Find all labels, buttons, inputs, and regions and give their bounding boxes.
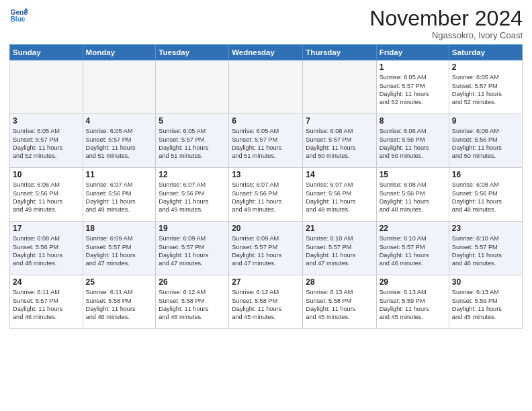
day-info: Sunrise: 6:05 AMSunset: 5:57 PMDaylight:… bbox=[452, 73, 519, 107]
week-row: 10Sunrise: 6:06 AMSunset: 5:56 PMDayligh… bbox=[10, 168, 523, 222]
day-number: 2 bbox=[452, 62, 519, 72]
day-info: Sunrise: 6:07 AMSunset: 5:56 PMDaylight:… bbox=[306, 181, 373, 214]
page: General Blue November 2024 Ngassokro, Iv… bbox=[0, 0, 532, 411]
day-number: 20 bbox=[232, 224, 300, 233]
day-number: 9 bbox=[452, 116, 519, 126]
day-info: Sunrise: 6:08 AMSunset: 5:56 PMDaylight:… bbox=[452, 181, 519, 214]
col-wednesday: Wednesday bbox=[229, 45, 303, 60]
day-info: Sunrise: 6:12 AMSunset: 5:58 PMDaylight:… bbox=[159, 288, 226, 322]
table-row: 6Sunrise: 6:05 AMSunset: 5:57 PMDaylight… bbox=[229, 114, 303, 168]
day-number: 27 bbox=[232, 277, 300, 287]
table-row: 5Sunrise: 6:05 AMSunset: 5:57 PMDaylight… bbox=[156, 114, 229, 168]
header: General Blue November 2024 Ngassokro, Iv… bbox=[9, 7, 523, 40]
day-number: 1 bbox=[380, 62, 446, 72]
table-row: 21Sunrise: 6:10 AMSunset: 5:57 PMDayligh… bbox=[303, 222, 376, 275]
table-row: 15Sunrise: 6:08 AMSunset: 5:56 PMDayligh… bbox=[376, 168, 449, 222]
day-number: 6 bbox=[232, 116, 300, 126]
table-row: 19Sunrise: 6:09 AMSunset: 5:57 PMDayligh… bbox=[156, 222, 229, 275]
week-row: 3Sunrise: 6:05 AMSunset: 5:57 PMDaylight… bbox=[10, 114, 523, 168]
table-row bbox=[156, 60, 229, 114]
day-info: Sunrise: 6:11 AMSunset: 5:58 PMDaylight:… bbox=[86, 288, 153, 322]
day-number: 28 bbox=[306, 277, 373, 287]
table-row: 4Sunrise: 6:05 AMSunset: 5:57 PMDaylight… bbox=[83, 114, 156, 168]
table-row: 25Sunrise: 6:11 AMSunset: 5:58 PMDayligh… bbox=[83, 275, 156, 329]
day-info: Sunrise: 6:13 AMSunset: 5:59 PMDaylight:… bbox=[380, 288, 446, 322]
day-number: 7 bbox=[306, 116, 373, 126]
location: Ngassokro, Ivory Coast bbox=[369, 30, 523, 40]
day-number: 16 bbox=[452, 170, 519, 179]
logo: General Blue bbox=[9, 7, 30, 26]
day-info: Sunrise: 6:09 AMSunset: 5:57 PMDaylight:… bbox=[159, 234, 226, 268]
day-info: Sunrise: 6:13 AMSunset: 5:59 PMDaylight:… bbox=[452, 288, 519, 322]
day-number: 15 bbox=[380, 170, 446, 179]
day-info: Sunrise: 6:07 AMSunset: 5:56 PMDaylight:… bbox=[86, 181, 153, 214]
table-row: 20Sunrise: 6:09 AMSunset: 5:57 PMDayligh… bbox=[229, 222, 303, 275]
table-row: 13Sunrise: 6:07 AMSunset: 5:56 PMDayligh… bbox=[229, 168, 303, 222]
day-info: Sunrise: 6:13 AMSunset: 5:58 PMDaylight:… bbox=[306, 288, 373, 322]
week-row: 24Sunrise: 6:11 AMSunset: 5:57 PMDayligh… bbox=[10, 275, 523, 329]
day-info: Sunrise: 6:12 AMSunset: 5:58 PMDaylight:… bbox=[232, 288, 300, 322]
week-row: 1Sunrise: 6:05 AMSunset: 5:57 PMDaylight… bbox=[10, 60, 523, 114]
title-block: November 2024 Ngassokro, Ivory Coast bbox=[369, 7, 523, 40]
day-number: 19 bbox=[159, 224, 226, 233]
day-number: 13 bbox=[232, 170, 300, 179]
day-number: 24 bbox=[13, 277, 80, 287]
table-row: 17Sunrise: 6:08 AMSunset: 5:56 PMDayligh… bbox=[10, 222, 83, 275]
table-row bbox=[303, 60, 376, 114]
col-thursday: Thursday bbox=[303, 45, 376, 60]
day-number: 26 bbox=[159, 277, 226, 287]
table-row: 28Sunrise: 6:13 AMSunset: 5:58 PMDayligh… bbox=[303, 275, 376, 329]
day-number: 25 bbox=[86, 277, 153, 287]
table-row: 8Sunrise: 6:06 AMSunset: 5:56 PMDaylight… bbox=[376, 114, 449, 168]
table-row: 14Sunrise: 6:07 AMSunset: 5:56 PMDayligh… bbox=[303, 168, 376, 222]
day-info: Sunrise: 6:09 AMSunset: 5:57 PMDaylight:… bbox=[86, 234, 153, 268]
day-info: Sunrise: 6:08 AMSunset: 5:56 PMDaylight:… bbox=[13, 234, 80, 268]
day-info: Sunrise: 6:10 AMSunset: 5:57 PMDaylight:… bbox=[306, 234, 373, 268]
month-year: November 2024 bbox=[369, 7, 523, 30]
table-row: 26Sunrise: 6:12 AMSunset: 5:58 PMDayligh… bbox=[156, 275, 229, 329]
table-row: 24Sunrise: 6:11 AMSunset: 5:57 PMDayligh… bbox=[10, 275, 83, 329]
table-row: 11Sunrise: 6:07 AMSunset: 5:56 PMDayligh… bbox=[83, 168, 156, 222]
day-number: 11 bbox=[86, 170, 153, 179]
header-row: Sunday Monday Tuesday Wednesday Thursday… bbox=[10, 45, 523, 60]
day-info: Sunrise: 6:05 AMSunset: 5:57 PMDaylight:… bbox=[380, 73, 446, 107]
day-number: 17 bbox=[13, 224, 80, 233]
day-info: Sunrise: 6:05 AMSunset: 5:57 PMDaylight:… bbox=[13, 127, 80, 161]
table-row: 10Sunrise: 6:06 AMSunset: 5:56 PMDayligh… bbox=[10, 168, 83, 222]
table-row: 7Sunrise: 6:06 AMSunset: 5:57 PMDaylight… bbox=[303, 114, 376, 168]
day-number: 21 bbox=[306, 224, 373, 233]
week-row: 17Sunrise: 6:08 AMSunset: 5:56 PMDayligh… bbox=[10, 222, 523, 275]
day-info: Sunrise: 6:07 AMSunset: 5:56 PMDaylight:… bbox=[159, 181, 226, 214]
logo-icon: General Blue bbox=[9, 7, 28, 26]
day-info: Sunrise: 6:06 AMSunset: 5:56 PMDaylight:… bbox=[452, 127, 519, 161]
day-number: 12 bbox=[159, 170, 226, 179]
day-info: Sunrise: 6:06 AMSunset: 5:57 PMDaylight:… bbox=[306, 127, 373, 161]
table-row: 22Sunrise: 6:10 AMSunset: 5:57 PMDayligh… bbox=[376, 222, 449, 275]
day-number: 22 bbox=[380, 224, 446, 233]
svg-text:Blue: Blue bbox=[11, 15, 26, 23]
day-info: Sunrise: 6:10 AMSunset: 5:57 PMDaylight:… bbox=[452, 234, 519, 268]
day-info: Sunrise: 6:10 AMSunset: 5:57 PMDaylight:… bbox=[380, 234, 446, 268]
day-info: Sunrise: 6:08 AMSunset: 5:56 PMDaylight:… bbox=[380, 181, 446, 214]
table-row: 16Sunrise: 6:08 AMSunset: 5:56 PMDayligh… bbox=[449, 168, 522, 222]
table-row: 18Sunrise: 6:09 AMSunset: 5:57 PMDayligh… bbox=[83, 222, 156, 275]
table-row: 23Sunrise: 6:10 AMSunset: 5:57 PMDayligh… bbox=[449, 222, 522, 275]
day-number: 10 bbox=[13, 170, 80, 179]
day-info: Sunrise: 6:06 AMSunset: 5:56 PMDaylight:… bbox=[13, 181, 80, 214]
calendar: Sunday Monday Tuesday Wednesday Thursday… bbox=[9, 44, 523, 329]
col-friday: Friday bbox=[376, 45, 449, 60]
table-row: 3Sunrise: 6:05 AMSunset: 5:57 PMDaylight… bbox=[10, 114, 83, 168]
table-row bbox=[10, 60, 83, 114]
day-number: 5 bbox=[159, 116, 226, 126]
col-tuesday: Tuesday bbox=[156, 45, 229, 60]
day-number: 29 bbox=[380, 277, 446, 287]
day-number: 8 bbox=[380, 116, 446, 126]
day-info: Sunrise: 6:11 AMSunset: 5:57 PMDaylight:… bbox=[13, 288, 80, 322]
day-info: Sunrise: 6:05 AMSunset: 5:57 PMDaylight:… bbox=[232, 127, 300, 161]
col-sunday: Sunday bbox=[10, 45, 83, 60]
day-number: 18 bbox=[86, 224, 153, 233]
day-number: 4 bbox=[86, 116, 153, 126]
table-row: 9Sunrise: 6:06 AMSunset: 5:56 PMDaylight… bbox=[449, 114, 522, 168]
day-number: 14 bbox=[306, 170, 373, 179]
day-info: Sunrise: 6:05 AMSunset: 5:57 PMDaylight:… bbox=[86, 127, 153, 161]
